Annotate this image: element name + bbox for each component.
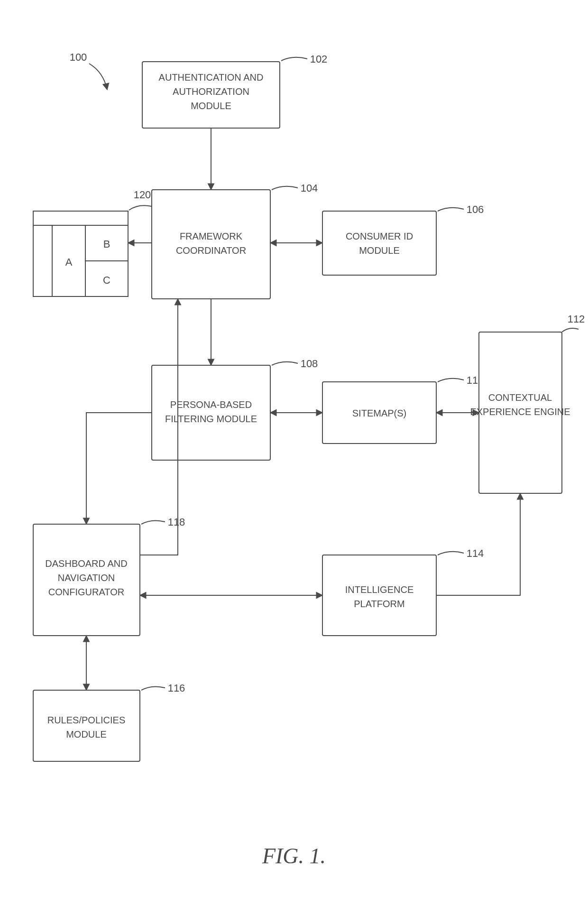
ref-cid: 106 [467,203,484,215]
ref-rules: 116 [168,682,185,694]
svg-text:CONFIGURATOR: CONFIGURATOR [48,587,124,597]
node-framework: FRAMEWORK COORDINATOR [152,190,270,299]
svg-text:FRAMEWORK: FRAMEWORK [180,231,243,241]
figure-caption: FIG. 1. [262,844,326,868]
svg-text:CONSUMER ID: CONSUMER ID [346,231,413,241]
svg-text:AUTHENTICATION AND: AUTHENTICATION AND [159,72,264,83]
svg-text:DASHBOARD AND: DASHBOARD AND [45,558,127,569]
leader-auth [281,57,307,61]
leader-system [89,64,107,90]
svg-text:FILTERING MODULE: FILTERING MODULE [165,414,257,424]
leader-intel [438,552,464,555]
node-dashboard-config: DASHBOARD AND NAVIGATION CONFIGURATOR [33,524,140,636]
node-contextual-engine: CONTEXTUAL EXPERIENCE ENGINE [470,332,570,493]
leader-rules [141,686,165,690]
node-auth: AUTHENTICATION AND AUTHORIZATION MODULE [142,62,280,128]
svg-text:CONTEXTUAL: CONTEXTUAL [488,392,552,403]
pane-b: B [103,238,110,250]
leader-fw [272,186,298,190]
leader-cid [438,208,464,211]
svg-text:SITEMAP(S): SITEMAP(S) [352,408,406,418]
svg-rect-31 [33,690,140,761]
svg-text:EXPERIENCE ENGINE: EXPERIENCE ENGINE [470,407,570,417]
svg-text:AUTHORIZATION: AUTHORIZATION [173,86,249,97]
svg-text:MODULE: MODULE [191,101,231,111]
node-rules-policies: RULES/POLICIES MODULE [33,690,140,761]
link-intel-cee [436,493,520,595]
svg-text:NAVIGATION: NAVIGATION [58,573,115,583]
link-pbf-dash [86,413,152,524]
svg-text:COORDINATOR: COORDINATOR [176,245,246,256]
svg-text:MODULE: MODULE [66,729,107,740]
ref-ui: 120 [134,189,151,201]
ref-intel: 114 [467,547,484,559]
svg-rect-16 [152,365,270,460]
ref-pbf: 108 [301,358,318,370]
svg-rect-28 [322,555,436,636]
leader-smap [438,379,464,382]
node-intelligence-platform: INTELLIGENCE PLATFORM [322,555,436,636]
pane-c: C [103,274,110,286]
node-consumer-id: CONSUMER ID MODULE [322,211,436,275]
svg-rect-4 [152,190,270,299]
leader-pbf [272,362,298,365]
svg-text:PERSONA-BASED: PERSONA-BASED [170,399,252,410]
node-sitemaps: SITEMAP(S) [322,382,436,444]
svg-text:PLATFORM: PLATFORM [354,599,404,609]
ref-fw: 104 [301,182,318,194]
leader-ui [129,205,152,210]
svg-text:INTELLIGENCE: INTELLIGENCE [345,584,413,595]
ref-system: 100 [70,51,87,63]
diagram-canvas: 100 AUTHENTICATION AND AUTHORIZATION MOD… [0,0,588,906]
ref-auth: 102 [310,53,328,65]
node-ui-mock: A B C [33,211,128,296]
svg-rect-9 [33,225,52,296]
svg-text:RULES/POLICIES: RULES/POLICIES [47,715,126,725]
ref-cee: 112 [568,313,585,325]
node-persona-filter: PERSONA-BASED FILTERING MODULE [152,365,270,460]
svg-rect-13 [322,211,436,275]
svg-rect-8 [33,211,128,225]
pane-a: A [65,256,73,268]
leader-cee [562,328,579,332]
ref-dash: 118 [168,516,185,528]
leader-dash [141,520,165,524]
svg-text:MODULE: MODULE [359,245,400,256]
